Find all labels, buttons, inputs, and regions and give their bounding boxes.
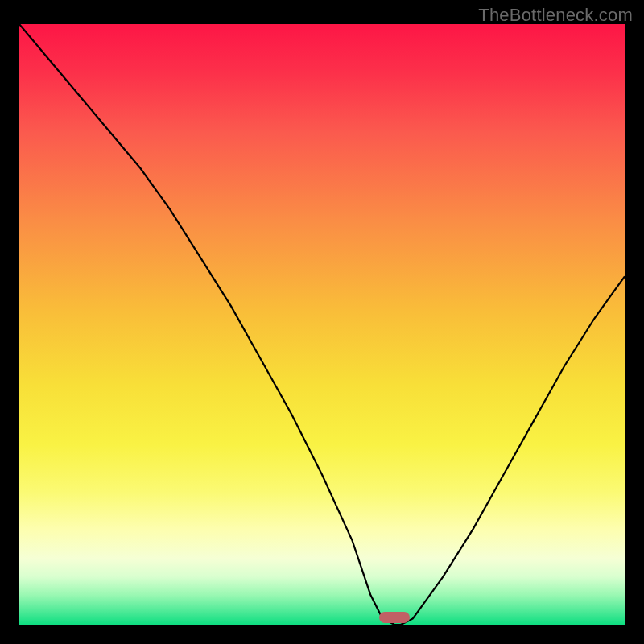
watermark-label: TheBottleneck.com (478, 5, 633, 26)
bottleneck-chart: TheBottleneck.com (0, 0, 644, 644)
curve-svg (19, 24, 625, 625)
plot-area (19, 24, 625, 625)
optimum-marker (379, 612, 410, 623)
bottleneck-curve-path (19, 24, 625, 625)
